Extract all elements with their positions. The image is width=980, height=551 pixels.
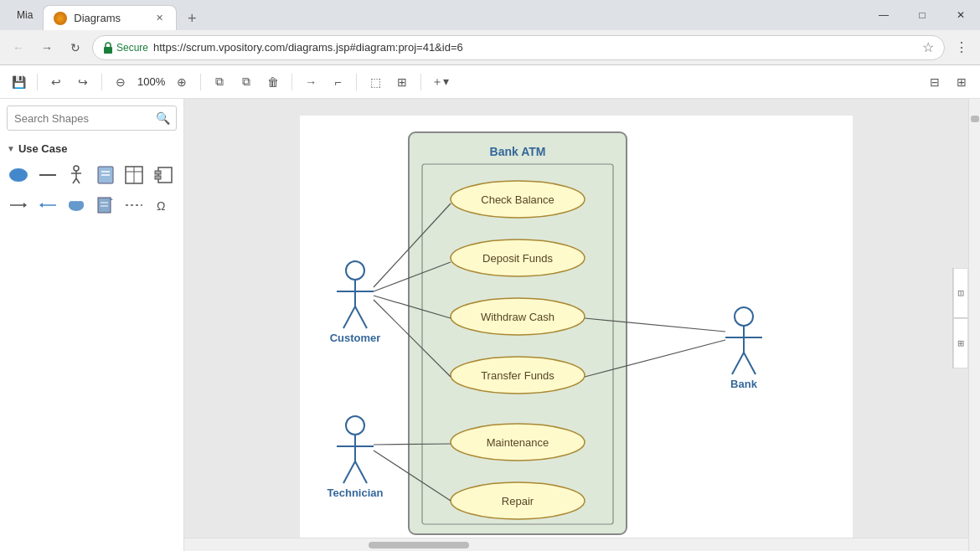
panel-format-button[interactable]: ⊟ — [923, 70, 946, 94]
maximize-button[interactable]: □ — [903, 0, 941, 30]
toolbar-separator-2 — [101, 74, 102, 90]
shapes-grid-2: Ω — [0, 190, 183, 220]
cut-button[interactable]: ⧉ — [208, 70, 231, 94]
svg-line-7 — [76, 178, 80, 183]
note-shape[interactable] — [94, 193, 117, 217]
svg-marker-25 — [111, 198, 113, 200]
zoom-controls: ⊖ 100% ⊕ — [109, 70, 193, 94]
customer-actor-left-leg — [343, 306, 355, 328]
bank-actor-head — [735, 307, 753, 326]
zoom-level: 100% — [134, 75, 168, 88]
save-button[interactable]: 💾 — [7, 70, 30, 94]
customer-actor-right-leg — [355, 306, 367, 328]
delete-button[interactable]: 🗑 — [261, 70, 285, 94]
customer-actor-head — [346, 261, 364, 280]
chrome-frame: Mia Diagrams ✕ + — □ ✕ ← → ↻ S — [0, 0, 980, 551]
add-more-button[interactable]: ＋▾ — [428, 70, 451, 94]
main-content: 🔍 Use Case — [0, 99, 980, 551]
minimize-button[interactable]: — — [864, 0, 903, 30]
tab-favicon — [54, 12, 67, 25]
svg-point-1 — [9, 168, 28, 182]
horizontal-scrollbar-thumb[interactable] — [369, 542, 469, 548]
zoom-out-button[interactable]: ⊖ — [109, 70, 132, 94]
svg-point-23 — [77, 201, 84, 208]
active-tab[interactable]: Diagrams ✕ — [43, 5, 177, 30]
format-panel-toggle[interactable]: ⊟ — [953, 268, 968, 318]
refresh-button[interactable]: ↻ — [64, 36, 87, 59]
lock-icon — [103, 42, 113, 54]
bank-actor-left-leg — [732, 353, 744, 374]
table-shape[interactable] — [122, 163, 146, 187]
arrange-button[interactable]: ⊞ — [390, 70, 414, 94]
arrow-left-shape[interactable] — [36, 193, 59, 217]
actor-shape[interactable] — [7, 163, 30, 187]
bank-label: Bank — [730, 378, 758, 390]
toolbar-separator-4 — [291, 74, 292, 90]
copy-button[interactable]: ⧉ — [235, 70, 258, 94]
chrome-menu-button[interactable]: ⋮ — [950, 36, 973, 59]
svg-point-3 — [74, 166, 79, 171]
toolbar-separator-5 — [356, 74, 357, 90]
bookmark-icon[interactable]: ☆ — [922, 39, 934, 55]
new-tab-button[interactable]: + — [180, 7, 204, 30]
sidebar: 🔍 Use Case — [0, 99, 184, 551]
address-bar: ← → ↻ Secure https://scrum.vpository.com… — [0, 30, 980, 65]
toolbar-separator-6 — [420, 74, 421, 90]
system-title-text: Bank ATM — [490, 145, 546, 158]
tab-title: Diagrams — [74, 12, 146, 24]
toolbar-separator-1 — [37, 74, 38, 90]
document-shape[interactable] — [94, 163, 117, 187]
use-case-label: Use Case — [18, 142, 68, 155]
toolbar-separator-3 — [200, 74, 201, 90]
svg-text:Check Balance: Check Balance — [481, 193, 554, 206]
title-bar: Mia Diagrams ✕ + — □ ✕ — [0, 0, 980, 30]
svg-text:Ω: Ω — [157, 199, 165, 213]
use-case-section-header[interactable]: Use Case — [0, 137, 183, 160]
waypoint-button[interactable]: ⌐ — [326, 70, 349, 94]
redo-button[interactable]: ↪ — [71, 70, 95, 94]
undo-button[interactable]: ↩ — [44, 70, 68, 94]
customer-label: Customer — [330, 332, 381, 344]
component-shape[interactable] — [152, 163, 175, 187]
secure-badge: Secure — [103, 42, 148, 54]
horizontal-scrollbar[interactable] — [184, 538, 968, 551]
arrow-right-shape[interactable] — [7, 193, 30, 217]
bank-actor-right-leg — [744, 353, 756, 374]
close-button[interactable]: ✕ — [941, 0, 980, 30]
diagram-toolbar: 💾 ↩ ↪ ⊖ 100% ⊕ ⧉ ⧉ 🗑 → ⌐ ⬚ ⊞ ＋▾ ⊟ ⊞ — [0, 65, 980, 99]
svg-rect-16 — [155, 176, 161, 179]
tab-close-button[interactable]: ✕ — [152, 12, 166, 25]
window-controls: — □ ✕ — [864, 0, 980, 30]
forward-button[interactable]: → — [35, 36, 59, 59]
dotted-line-shape[interactable] — [122, 193, 146, 217]
svg-marker-18 — [23, 203, 27, 208]
vertical-scrollbar-thumb[interactable] — [971, 116, 979, 122]
search-icon: 🔍 — [156, 111, 170, 125]
panel-diagram-button[interactable]: ⊞ — [950, 70, 973, 94]
svg-line-6 — [73, 178, 76, 183]
svg-point-22 — [69, 201, 75, 208]
uml-diagram-svg: Bank ATM Check Balance Deposit Funds Wit… — [300, 116, 853, 538]
cloud-shape[interactable] — [64, 193, 88, 217]
tab-area: Diagrams ✕ + — [43, 0, 864, 30]
svg-text:Repair: Repair — [502, 495, 534, 507]
stickfigure-shape[interactable] — [64, 163, 88, 187]
technician-label: Technician — [328, 487, 384, 499]
search-input[interactable] — [7, 106, 177, 131]
diagram-canvas[interactable]: Bank ATM Check Balance Deposit Funds Wit… — [184, 99, 968, 538]
user-area: Mia — [7, 9, 43, 21]
connection-type-button[interactable]: → — [299, 70, 322, 94]
search-box: 🔍 — [7, 106, 177, 131]
vertical-scrollbar[interactable] — [968, 99, 980, 551]
line-shape[interactable] — [36, 163, 59, 187]
omega-shape[interactable]: Ω — [152, 193, 175, 217]
technician-actor-left-leg — [343, 461, 355, 483]
zoom-in-button[interactable]: ⊕ — [170, 70, 193, 94]
username-label: Mia — [17, 9, 33, 21]
technician-actor-head — [346, 416, 364, 435]
back-button[interactable]: ← — [7, 36, 30, 59]
shapes-grid — [0, 160, 183, 190]
format-button[interactable]: ⬚ — [364, 70, 387, 94]
url-bar[interactable]: Secure https://scrum.vpository.com/diagr… — [92, 35, 945, 60]
diagram-panel-toggle[interactable]: ⊞ — [953, 318, 968, 368]
